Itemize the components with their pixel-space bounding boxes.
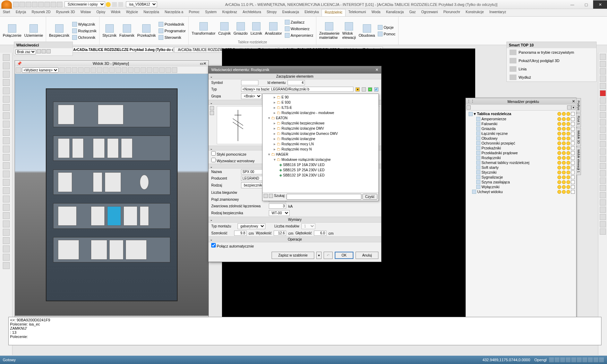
select-montaz[interactable]: gabarytowy: [238, 223, 265, 229]
tool-icon[interactable]: [3, 220, 10, 227]
minimize-button[interactable]: —: [565, 0, 579, 9]
tree-item[interactable]: ◈ SBB125 1P 25A 230V LED: [263, 167, 378, 173]
vp-tool-icon[interactable]: [153, 67, 159, 73]
pm-tree-item[interactable]: Rozłączniki: [467, 155, 575, 160]
status-icon[interactable]: [577, 357, 582, 362]
tree-collapse-icon[interactable]: [269, 194, 273, 198]
vp-tool-icon[interactable]: [59, 67, 65, 73]
pm-tree-item[interactable]: Wyłączniki: [467, 184, 575, 189]
tool-icon[interactable]: [600, 61, 606, 67]
tool-icon[interactable]: [600, 83, 606, 89]
vp-tool-icon[interactable]: [159, 67, 165, 73]
menu-tab[interactable]: Opisy: [94, 9, 108, 16]
document-tab[interactable]: ArCADia-TABLICE ROZDZIELCZE Przykład 3.d…: [69, 47, 173, 53]
props-icon[interactable]: [42, 49, 46, 53]
pm-grip-icon[interactable]: ⋮⋮: [467, 99, 475, 104]
typ-add-icon[interactable]: +: [368, 87, 372, 92]
tool-icon[interactable]: [600, 105, 606, 111]
vp-close-icon[interactable]: ✕: [203, 61, 206, 66]
typ-action-icon[interactable]: [362, 87, 366, 92]
ribbon-button[interactable]: Bezpiecznik: [48, 24, 70, 38]
vp-tool-icon[interactable]: [103, 67, 109, 73]
btn-ok[interactable]: OK: [335, 252, 353, 259]
tree-item[interactable]: ◈ SBB132 1P 32A 230V LED: [263, 173, 378, 178]
status-icon[interactable]: [582, 357, 587, 362]
tool-icon[interactable]: [3, 162, 10, 169]
tree-folder[interactable]: ▸ 🗀 Rozłączniki mocy LN: [263, 141, 378, 147]
tool-icon[interactable]: [600, 207, 606, 213]
tool-icon[interactable]: [600, 228, 606, 235]
tool-icon[interactable]: [600, 148, 606, 155]
pm-close-icon[interactable]: ✕: [572, 99, 575, 104]
status-icon[interactable]: [560, 357, 565, 362]
vp-tool-icon[interactable]: [109, 67, 115, 73]
menu-tab[interactable]: Stropy: [264, 9, 280, 16]
menu-tab[interactable]: Inwentaryz: [487, 9, 509, 16]
ribbon-button[interactable]: Stycznik: [102, 24, 117, 38]
menu-tab[interactable]: Telekomuni: [345, 9, 369, 16]
close-button[interactable]: ✕: [593, 0, 607, 9]
ribbon-button[interactable]: Połączenie: [2, 24, 22, 38]
tree-item[interactable]: ◈ SBB116 1P 16A 230V LED: [263, 162, 378, 167]
qat-icon[interactable]: [19, 2, 25, 7]
menu-tab[interactable]: Konstrukcje: [463, 9, 487, 16]
typ-dropdown-icon[interactable]: ▾: [356, 87, 360, 92]
smart-top-item[interactable]: Panorama w trybie rzeczywistym: [507, 48, 596, 57]
props-icon[interactable]: [37, 49, 41, 53]
tool-icon[interactable]: [600, 68, 606, 75]
section-operacje[interactable]: Operacje: [208, 236, 381, 242]
tool-icon[interactable]: [600, 192, 606, 198]
ribbon-button[interactable]: Opcje: [377, 24, 396, 31]
status-icon[interactable]: [599, 357, 604, 362]
status-icon[interactable]: [588, 357, 593, 362]
tool-icon[interactable]: [3, 196, 10, 202]
vp-tool-icon[interactable]: [147, 67, 152, 73]
pm-side-tab[interactable]: Widok 3D: [576, 128, 581, 146]
pm-tree-item[interactable]: Amperomierze: [467, 116, 575, 121]
tree-folder[interactable]: ▾ 🗀 HAGER: [263, 152, 378, 157]
select-moduly[interactable]: 1: [301, 223, 315, 229]
camera-select[interactable]: <Wybierz kamerę>: [22, 67, 59, 73]
pm-tree-item[interactable]: Szyna zasilająca: [467, 180, 575, 184]
tool-icon[interactable]: [3, 96, 10, 103]
tree-folder[interactable]: ▸ 🗀 Rozłączniki izolacyjno - modułowe: [263, 110, 378, 115]
typ-check-icon[interactable]: ✓: [374, 87, 378, 92]
menu-tab[interactable]: Start: [0, 9, 13, 16]
symbol-tool-icon[interactable]: [210, 111, 214, 115]
ribbon-button[interactable]: Widokelewacji: [342, 21, 357, 40]
pm-side-tab[interactable]: Podrys: [576, 98, 581, 113]
tool-icon[interactable]: [600, 163, 606, 169]
vp-tool-icon[interactable]: [72, 67, 77, 73]
menu-tab[interactable]: Wyjście: [123, 9, 140, 16]
tool-icon[interactable]: [600, 156, 606, 162]
tool-icon[interactable]: [3, 229, 10, 236]
vp-pin-icon[interactable]: 📌: [17, 61, 22, 66]
ribbon-button[interactable]: Uziemienie: [24, 24, 44, 38]
ribbon-button[interactable]: Zasilacz: [284, 19, 314, 25]
btn-template-dropdown[interactable]: ▾: [316, 252, 322, 259]
ribbon-button[interactable]: Programator: [158, 28, 186, 34]
pm-tree-item[interactable]: Łączniki ręczne: [467, 131, 575, 136]
tool-icon[interactable]: [600, 119, 606, 125]
section-manage[interactable]: Zarządzanie elementem: [208, 73, 381, 79]
qat-icon[interactable]: [118, 2, 123, 7]
tool-icon[interactable]: [3, 146, 10, 153]
tool-icon[interactable]: [3, 137, 10, 144]
select-grupa[interactable]: <Brak>: [241, 93, 262, 99]
select-bezp[interactable]: WT-00: [269, 210, 290, 216]
tree-expand-icon[interactable]: [264, 194, 268, 198]
menu-tab[interactable]: Ewakuacja: [280, 9, 302, 16]
menu-tab[interactable]: Pomoc: [186, 9, 202, 16]
tool-icon[interactable]: [3, 254, 10, 261]
btn-undo[interactable]: ↶: [324, 252, 333, 259]
command-line[interactable]: <>: 90BA9200D0241F9Polecenie: isa_ecZAMK…: [8, 317, 601, 345]
menu-tab[interactable]: Ogrzewani: [418, 9, 441, 16]
ribbon-button[interactable]: Woltomierz: [284, 26, 314, 32]
menu-tab[interactable]: Rysunek 3D: [53, 9, 78, 16]
tool-icon[interactable]: [3, 121, 10, 128]
tree-folder[interactable]: ▸ 🗀 E 90: [263, 95, 378, 100]
input-wys[interactable]: [274, 231, 286, 236]
pm-tree-item[interactable]: Przekaźniki: [467, 146, 575, 150]
tree-folder[interactable]: ▾ 🗀 EATON: [263, 115, 378, 121]
pm-tree-item[interactable]: Soft starty: [467, 165, 575, 170]
